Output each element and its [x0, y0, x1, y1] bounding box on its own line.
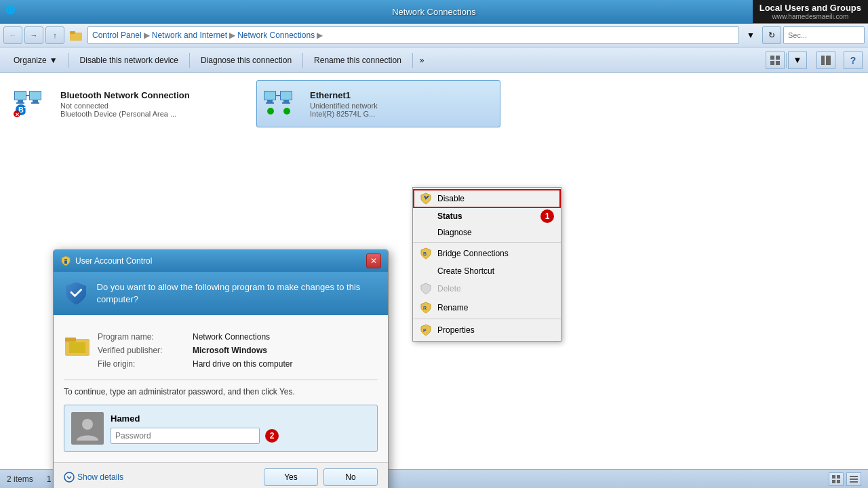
rename-button[interactable]: Rename this connection	[306, 50, 410, 70]
status-label: Status	[437, 211, 462, 221]
ctx-shortcut[interactable]: Create Shortcut	[413, 263, 561, 279]
bluetooth-network-icon: BT ✕	[13, 85, 45, 118]
diagnose-button[interactable]: Diagnose this connection	[193, 50, 300, 70]
svg-rect-48	[850, 481, 858, 483]
ctx-separator-1	[413, 242, 561, 243]
svg-rect-36	[64, 261, 67, 264]
watermark-title: Local Users and Groups	[760, 3, 861, 13]
uac-username: Hamed	[111, 413, 260, 424]
ctx-delete: Delete	[413, 279, 561, 298]
svg-point-41	[64, 472, 74, 482]
ethernet-status: Unidentified network	[310, 102, 494, 110]
ethernet-icon-wrap	[262, 85, 303, 123]
bluetooth-name: Bluetooth Network Connection	[60, 90, 245, 100]
disable-label: Disable	[437, 194, 465, 203]
breadcrumb[interactable]: Control Panel ▶ Network and Internet ▶ N…	[87, 26, 739, 44]
view-sep	[786, 53, 787, 68]
ctx-disable[interactable]: Disable	[413, 189, 561, 208]
uac-titlebar-left: User Account Control	[60, 256, 152, 266]
breadcrumb-network-connections[interactable]: Network Connections	[237, 30, 315, 40]
network-item-ethernet[interactable]: Ethernet1 Unidentified network Intel(R) …	[256, 80, 500, 127]
toolbar-separator-1	[68, 53, 69, 68]
watermark-url: www.hamedesmaeili.com	[760, 13, 861, 20]
back-button[interactable]: ←	[3, 26, 22, 44]
address-bar: ← → ↑ Control Panel ▶ Network and Intern…	[0, 24, 868, 47]
svg-rect-46	[850, 476, 858, 477]
bridge-icon: B	[420, 247, 432, 260]
refresh-button[interactable]: ↻	[762, 26, 781, 44]
window-icon: 🌐	[5, 5, 19, 19]
network-item-bluetooth[interactable]: BT ✕ Bluetooth Network Connection Not co…	[7, 80, 251, 127]
svg-rect-1	[70, 31, 75, 34]
uac-dialog: User Account Control ✕ Do you want to al…	[53, 249, 389, 488]
ethernet-network-icon	[262, 85, 295, 118]
no-button[interactable]: No	[323, 468, 378, 486]
search-input[interactable]	[783, 26, 865, 44]
view-dropdown-button[interactable]: ▼	[788, 52, 807, 69]
password-input[interactable]	[111, 428, 260, 444]
breadcrumb-sep-1: ▶	[144, 30, 150, 40]
show-details-button[interactable]: Show details	[64, 472, 123, 483]
svg-rect-5	[776, 61, 780, 65]
breadcrumb-network-internet[interactable]: Network and Internet	[152, 30, 227, 40]
breadcrumb-control-panel[interactable]: Control Panel	[92, 30, 142, 40]
help-button[interactable]: ?	[844, 52, 863, 69]
rename-icon: R	[420, 302, 432, 314]
content-area: BT ✕ Bluetooth Network Connection Not co…	[0, 73, 868, 469]
delete-icon	[420, 283, 432, 295]
bridge-label: Bridge Connections	[437, 249, 509, 258]
uac-title-icon	[60, 256, 71, 266]
uac-action-buttons: Yes No	[264, 468, 378, 486]
uac-header-text: Do you want to allow the following progr…	[97, 281, 378, 306]
up-button[interactable]: ↑	[45, 26, 64, 44]
diagnose-label: Diagnose this connection	[201, 56, 292, 65]
dropdown-arrow[interactable]: ▼	[741, 26, 760, 44]
status-view-btn-2[interactable]	[846, 472, 861, 486]
origin-value: Hard drive on this computer	[193, 359, 292, 369]
toolbar-separator-4	[412, 53, 413, 68]
uac-program-row: Program name: Network Connections	[98, 332, 378, 342]
yes-button[interactable]: Yes	[264, 468, 318, 486]
delete-label: Delete	[437, 284, 461, 293]
status-view-btn-1[interactable]	[829, 472, 844, 486]
svg-text:✕: ✕	[15, 112, 20, 118]
svg-rect-4	[770, 61, 774, 65]
ctx-diagnose[interactable]: Diagnose	[413, 224, 561, 241]
svg-text:B: B	[423, 251, 427, 256]
ctx-rename[interactable]: R Rename	[413, 298, 561, 317]
highlight-border	[413, 189, 561, 208]
ctx-bridge[interactable]: B Bridge Connections	[413, 244, 561, 263]
svg-rect-42	[832, 475, 835, 479]
ctx-status[interactable]: Status 1	[413, 208, 561, 224]
more-button[interactable]: »	[416, 50, 429, 70]
disable-network-button[interactable]: Disable this network device	[72, 50, 186, 70]
svg-rect-44	[832, 480, 835, 483]
breadcrumb-sep-3: ▶	[317, 30, 323, 40]
svg-rect-43	[837, 475, 840, 479]
properties-label: Properties	[437, 325, 475, 335]
svg-rect-39	[69, 342, 85, 353]
svg-rect-6	[821, 56, 825, 65]
view-mode-button[interactable]	[766, 52, 785, 69]
disable-network-label: Disable this network device	[80, 56, 178, 65]
watermark: Local Users and Groups www.hamedesmaeili…	[753, 0, 868, 23]
svg-rect-26	[281, 92, 292, 100]
uac-publisher-row: Verified publisher: Microsoft Windows	[98, 346, 378, 355]
disable-icon	[420, 192, 432, 205]
rename-ctx-label: Rename	[437, 303, 468, 312]
bluetooth-status: Not connected	[60, 102, 245, 110]
badge-2: 2	[265, 429, 279, 443]
svg-point-40	[82, 419, 93, 430]
details-pane-button[interactable]	[816, 52, 835, 69]
uac-origin-row: File origin: Hard drive on this computer	[98, 359, 378, 369]
uac-close-button[interactable]: ✕	[366, 253, 381, 268]
svg-rect-13	[30, 92, 41, 100]
ethernet-device: Intel(R) 82574L G...	[310, 110, 494, 118]
organize-button[interactable]: Organize ▼	[5, 50, 66, 70]
uac-user-info: Hamed 2	[111, 413, 260, 444]
organize-label: Organize	[14, 56, 47, 65]
forward-button[interactable]: →	[24, 26, 43, 44]
svg-rect-38	[65, 338, 76, 342]
uac-continue-text: To continue, type an administrator passw…	[64, 387, 378, 396]
ctx-properties[interactable]: P Properties	[413, 321, 561, 340]
